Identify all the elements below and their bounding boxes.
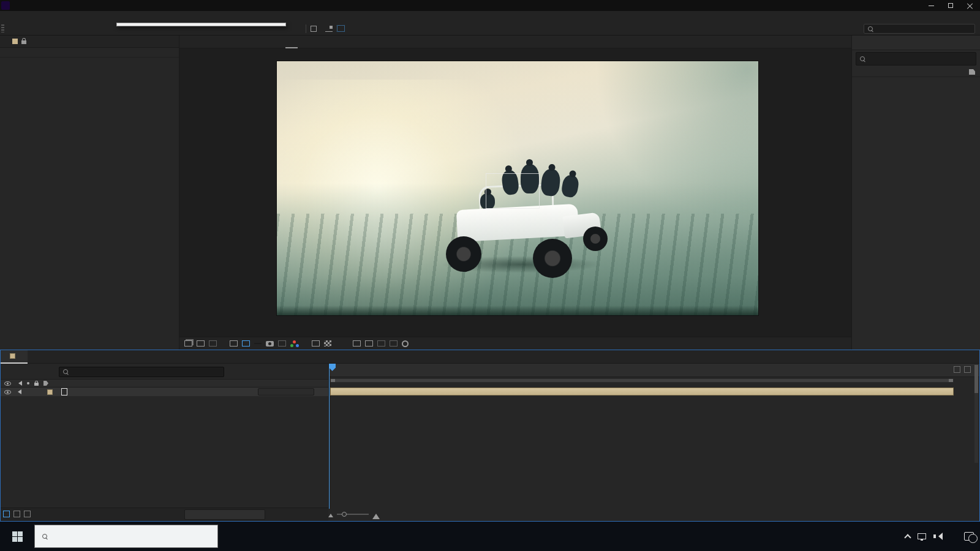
work-area-bar[interactable] bbox=[330, 378, 954, 383]
taskbar-search-input[interactable] bbox=[34, 525, 218, 548]
buggy-wheel bbox=[446, 236, 481, 272]
pixel-aspect-icon[interactable] bbox=[353, 340, 361, 347]
search-icon bbox=[860, 56, 865, 62]
timeline-scrollbar[interactable] bbox=[974, 365, 978, 463]
after-effects-window bbox=[0, 0, 980, 551]
fast-previews-icon[interactable] bbox=[365, 340, 373, 347]
toolbar-grip bbox=[1, 24, 4, 32]
parent-dropdown[interactable] bbox=[258, 388, 314, 395]
eye-icon[interactable] bbox=[4, 390, 11, 394]
buggy-wheel bbox=[583, 227, 608, 251]
system-tray bbox=[905, 532, 980, 541]
composition-panel bbox=[179, 36, 851, 350]
motion-path-icon[interactable] bbox=[337, 25, 345, 32]
audio-icon[interactable] bbox=[16, 381, 22, 386]
composition-tabs bbox=[179, 36, 851, 48]
layer-duration-bar[interactable] bbox=[330, 388, 954, 395]
snap-options-icon[interactable] bbox=[325, 26, 333, 32]
show-snapshot-icon[interactable] bbox=[278, 340, 286, 347]
zoom-in-icon[interactable] bbox=[372, 510, 380, 519]
effects-search-input[interactable] bbox=[856, 52, 976, 66]
solo-icon[interactable] bbox=[27, 382, 29, 384]
composition-viewer[interactable] bbox=[179, 48, 851, 337]
time-ruler[interactable] bbox=[329, 364, 979, 377]
help-search-input[interactable] bbox=[864, 24, 975, 34]
close-button[interactable] bbox=[960, 0, 980, 11]
eye-icon[interactable] bbox=[4, 381, 11, 386]
notification-center-icon[interactable] bbox=[964, 532, 974, 541]
display-tray-icon[interactable] bbox=[918, 533, 926, 539]
transparency-grid-icon[interactable] bbox=[312, 340, 320, 347]
flowchart-icon[interactable] bbox=[390, 340, 398, 347]
selection-box[interactable] bbox=[486, 173, 540, 209]
checkerboard-icon[interactable] bbox=[324, 340, 331, 347]
layer-row[interactable] bbox=[1, 388, 328, 396]
channel-display-icon[interactable] bbox=[290, 340, 299, 347]
start-button[interactable] bbox=[0, 522, 34, 551]
label-icon bbox=[43, 381, 48, 386]
close-icon bbox=[967, 2, 973, 9]
comp-color-chip bbox=[10, 353, 15, 359]
region-of-interest-icon[interactable] bbox=[242, 340, 250, 347]
timeline-column-headers bbox=[1, 379, 328, 388]
minimize-button[interactable] bbox=[921, 0, 941, 11]
search-icon bbox=[42, 534, 48, 539]
transfer-controls-icon[interactable] bbox=[24, 511, 31, 517]
lock-icon[interactable] bbox=[21, 40, 26, 44]
hidden-icons-chevron[interactable] bbox=[904, 534, 911, 541]
animation-menu-popup bbox=[116, 23, 286, 26]
always-preview-icon[interactable] bbox=[184, 340, 192, 347]
snapping-checkbox[interactable] bbox=[311, 26, 317, 32]
comp-marker-icon[interactable] bbox=[954, 366, 960, 373]
right-panel-stack bbox=[851, 36, 980, 350]
windows-logo-icon bbox=[12, 531, 23, 542]
av-feature-icons bbox=[4, 381, 53, 386]
zoom-slider-knob[interactable] bbox=[342, 512, 347, 517]
titlebar bbox=[0, 0, 980, 11]
search-icon bbox=[63, 369, 69, 375]
buggy-body bbox=[456, 204, 579, 242]
buggy-wheel bbox=[533, 239, 572, 278]
viewer-toolbar bbox=[179, 337, 851, 350]
audio-icon[interactable] bbox=[15, 389, 21, 394]
timeline-track-area bbox=[328, 364, 979, 509]
left-panel-tabs bbox=[0, 36, 179, 48]
zoom-out-icon[interactable] bbox=[328, 511, 333, 517]
effects-presets-footer bbox=[852, 67, 980, 77]
zoom-slider[interactable] bbox=[337, 514, 369, 515]
workspace-bar bbox=[620, 22, 717, 35]
timeline-tabs bbox=[1, 350, 979, 364]
tab-comp-1[interactable] bbox=[1, 350, 28, 364]
timeline-bottom-bar bbox=[1, 508, 328, 521]
notification-badge bbox=[968, 534, 978, 543]
effects-presets-header[interactable] bbox=[852, 36, 980, 50]
snapshot-icon[interactable] bbox=[266, 341, 274, 347]
video-frame bbox=[277, 61, 758, 315]
main-viewer-icon[interactable] bbox=[197, 340, 205, 347]
volume-icon[interactable] bbox=[933, 533, 942, 540]
foreground-band bbox=[277, 305, 758, 315]
mirror-viewer-icon[interactable] bbox=[209, 340, 217, 347]
comp-button-icon[interactable] bbox=[964, 366, 971, 373]
divider bbox=[306, 24, 306, 33]
timeline-toggle-icons bbox=[3, 511, 31, 517]
exposure-reset-icon[interactable] bbox=[402, 340, 409, 347]
maximize-button[interactable] bbox=[941, 0, 960, 11]
search-icon bbox=[868, 26, 873, 32]
viewer-timecode[interactable] bbox=[254, 343, 262, 344]
graph-editor-icon[interactable] bbox=[13, 511, 20, 517]
new-preset-icon[interactable] bbox=[969, 69, 975, 75]
tab-composition[interactable] bbox=[285, 36, 298, 48]
safe-margins-icon[interactable] bbox=[230, 340, 238, 347]
expand-layers-icon[interactable] bbox=[3, 511, 10, 517]
layer-color-chip[interactable] bbox=[47, 389, 53, 395]
mask-tool-icon[interactable] bbox=[289, 23, 301, 34]
toggle-switches-modes-button[interactable] bbox=[184, 509, 265, 520]
minimize-icon bbox=[929, 6, 934, 6]
lock-icon[interactable] bbox=[34, 383, 39, 386]
timeline-search-input[interactable] bbox=[59, 367, 224, 377]
layer-name[interactable] bbox=[61, 388, 67, 395]
ruler-option-icons bbox=[954, 366, 971, 373]
timeline-button-icon[interactable] bbox=[377, 340, 385, 347]
menubar bbox=[0, 11, 980, 22]
